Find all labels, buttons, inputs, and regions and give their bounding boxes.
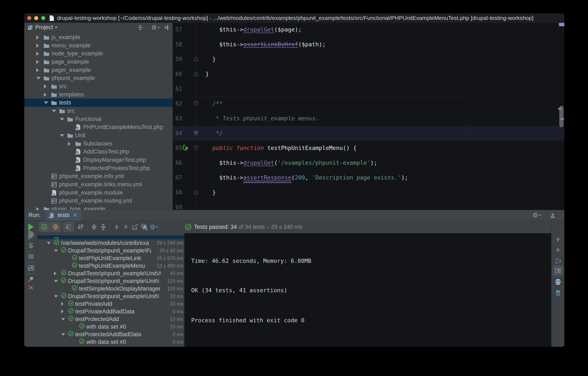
collapse-all-button[interactable] (99, 222, 108, 232)
fold-marker-icon[interactable] (194, 131, 199, 136)
collapse-all-button[interactable] (137, 24, 143, 31)
fold-marker-icon[interactable] (194, 145, 199, 151)
test-row-privateaddbaddata[interactable]: testPrivateAddBadData0 ms (38, 308, 184, 315)
chevron-right-icon[interactable] (36, 60, 39, 64)
run-settings-gear-button[interactable]: ⚙ (533, 212, 541, 219)
test-row-privateadd[interactable]: testPrivateAdd10 ms (38, 300, 184, 308)
test-row-unit-d-class[interactable]: Drupal\Tests\phpunit_example\Unit\D120 m… (38, 277, 184, 285)
chevron-down-icon[interactable] (52, 110, 56, 112)
test-row-simplemock[interactable]: testSimpleMockDisplayManager120 ms (38, 285, 184, 292)
minimize-window-button[interactable] (34, 16, 38, 20)
editor-scrollbar[interactable] (559, 106, 564, 127)
chevron-right-icon[interactable] (68, 142, 71, 146)
chevron-right-icon[interactable] (36, 207, 39, 210)
chevron-right-icon[interactable] (44, 84, 46, 88)
chevron-right-icon[interactable] (36, 35, 39, 40)
scroll-to-end-button[interactable] (553, 265, 563, 276)
tree-item-subclasses[interactable]: Subclasses (24, 140, 173, 148)
rerun-failed-tests-button[interactable]: ! (24, 233, 38, 237)
tree-item-protectedprivatestest[interactable]: ProtectedPrivatesTest.php (24, 164, 173, 172)
chevron-right-icon[interactable] (36, 68, 39, 72)
chevron-down-icon[interactable] (61, 333, 65, 336)
test-row-link[interactable]: testPhpUnitExampleLink15 s 570 ms (38, 254, 184, 262)
fold-marker-icon[interactable] (194, 56, 199, 62)
previous-failed-test-button[interactable] (112, 222, 121, 232)
chevron-down-icon[interactable] (54, 250, 58, 252)
hide-run-panel-button[interactable] (550, 212, 556, 219)
chevron-down-icon[interactable] (36, 77, 41, 79)
fold-marker-icon[interactable] (194, 71, 199, 77)
tree-item-links-menu-yml[interactable]: phpunit_example.links.menu.yml (24, 180, 173, 189)
test-row-dataset0b[interactable]: with data set #00 ms (38, 338, 184, 346)
tree-item-addclasstest[interactable]: AddClassTest.php (24, 148, 173, 156)
tree-item-phpunitexamplemenutest[interactable]: PHPUnitExampleMenuTest.php (24, 123, 173, 131)
fold-marker-icon[interactable] (194, 101, 199, 106)
soft-wrap-button[interactable] (551, 258, 564, 265)
test-row-menu[interactable]: testPhpUnitExampleMenu13 s 490 ms (38, 262, 184, 270)
tree-item-unit[interactable]: Unit (24, 131, 173, 140)
pin-tab-button[interactable] (24, 276, 38, 283)
chevron-down-icon[interactable] (54, 295, 58, 298)
chevron-down-icon[interactable] (47, 242, 51, 244)
chevron-down-icon[interactable] (60, 134, 64, 137)
scroll-down-button[interactable] (551, 247, 564, 253)
chevron-right-icon[interactable] (61, 310, 63, 313)
chevron-right-icon[interactable] (44, 93, 46, 97)
expand-all-button[interactable] (89, 222, 99, 232)
tree-item-page-example[interactable]: page_example (24, 58, 173, 66)
restore-layout-button[interactable] (24, 265, 38, 271)
toggle-auto-test-button[interactable] (24, 242, 38, 249)
tree-item-plugin-type-example[interactable]: plugin_type_example (24, 205, 173, 210)
test-row-suite-path[interactable]: /var/www/web/modules/contrib/exa29 s 240… (38, 239, 184, 247)
close-run-panel-button[interactable]: ✕ (24, 284, 38, 291)
fold-marker-icon[interactable] (194, 190, 199, 195)
tree-item-functional[interactable]: Functional (24, 115, 173, 123)
tree-item-pager-example[interactable]: pager_example (24, 66, 173, 74)
chevron-right-icon[interactable] (36, 52, 39, 56)
tree-item-js-example[interactable]: js_example (24, 33, 173, 42)
project-panel-title[interactable]: Project (35, 24, 53, 31)
test-row-protectedadd[interactable]: testProtectedAdd10 ms (38, 315, 184, 323)
close-window-button[interactable] (27, 16, 31, 20)
chevron-right-icon[interactable] (54, 272, 56, 275)
chevron-right-icon[interactable] (61, 302, 63, 306)
test-console-output[interactable]: Time: 46.62 seconds, Memory: 6.00MB OK (… (184, 233, 551, 347)
sort-by-duration-button[interactable] (76, 222, 85, 232)
chevron-down-icon[interactable] (60, 118, 64, 121)
tree-item-info-yml[interactable]: phpunit_example.info.yml (24, 172, 173, 180)
chevron-down-icon[interactable] (61, 318, 65, 321)
chevron-down-icon[interactable] (44, 101, 48, 104)
chevron-right-icon[interactable] (36, 44, 39, 48)
tree-item-menu-example[interactable]: menu_example (24, 42, 173, 50)
tree-item-routing-yml[interactable]: phpunit_example.routing.yml (24, 197, 173, 205)
show-passed-toggle[interactable] (39, 222, 49, 232)
test-row-protectedaddbaddata[interactable]: testProtectedAddBadData0 ms (38, 331, 184, 338)
tree-item-tests-selected[interactable]: tests (24, 99, 173, 107)
hide-panel-button[interactable] (164, 24, 170, 31)
clear-console-button[interactable] (551, 289, 564, 296)
test-row-unit-a-class[interactable]: Drupal\Tests\phpunit_example\Unit\A40 ms (38, 270, 184, 277)
inspection-indicator[interactable] (559, 23, 564, 26)
next-failed-test-button[interactable] (121, 222, 131, 232)
test-history-button[interactable] (140, 222, 149, 232)
import-test-results-button[interactable] (131, 222, 140, 232)
tree-item-src[interactable]: src (24, 82, 173, 90)
sort-alphabetically-toggle[interactable]: a z (63, 222, 74, 232)
run-tab-tests[interactable]: php tests ✕ (46, 210, 81, 221)
tree-item-node-type-example[interactable]: node_type_example (24, 49, 173, 58)
code-editor[interactable]: 57 58 59 60 61 62 63 64 65 66 67 68 69 $… (173, 23, 564, 210)
chevron-down-icon[interactable] (55, 27, 58, 28)
test-row-unit-p-class[interactable]: Drupal\Tests\phpunit_example\Unit\P20 ms (38, 292, 184, 300)
stop-button[interactable] (24, 254, 38, 259)
print-button[interactable] (551, 278, 564, 285)
test-row-functional-class[interactable]: Drupal\Tests\phpunit_example\Fu29 s 60 m… (38, 247, 184, 254)
show-ignored-toggle[interactable] (50, 222, 61, 232)
scroll-up-button[interactable] (551, 236, 564, 243)
zoom-window-button[interactable] (41, 16, 45, 20)
tree-item-displaymanagertest[interactable]: DisplayManagerTest.php (24, 156, 173, 164)
chevron-down-icon[interactable] (54, 280, 58, 282)
settings-gear-button[interactable]: ⚙ (151, 24, 160, 31)
tree-item-templates[interactable]: templates (24, 90, 173, 99)
close-tab-icon[interactable]: ✕ (73, 212, 77, 219)
selected-test-root-row[interactable] (38, 235, 184, 239)
